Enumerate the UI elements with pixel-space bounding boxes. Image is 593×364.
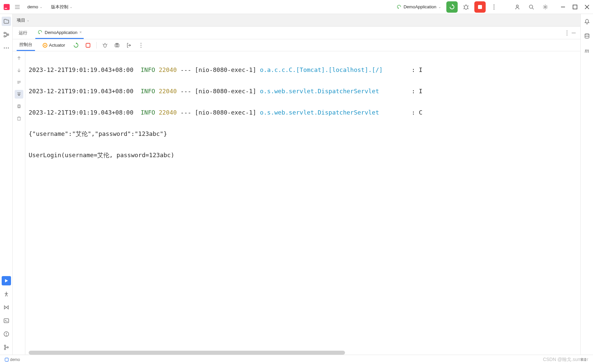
notifications-button[interactable] [582,17,592,26]
svg-point-40 [567,30,568,31]
search-button[interactable] [526,1,537,13]
vcs-label: 版本控制 [51,4,68,10]
svg-line-9 [463,6,464,6]
build-tool-button[interactable] [2,289,11,299]
chevron-down-icon: ⌄ [40,5,42,9]
actuator-tab-label: Actuator [49,43,65,48]
actuator-tab[interactable]: Actuator [40,39,68,51]
svg-point-17 [516,5,518,7]
exit-icon-button[interactable] [125,42,133,49]
console-tab-label: 控制台 [19,42,32,48]
run-tab[interactable]: 运行 [17,27,29,39]
debug-icon-button[interactable] [101,42,109,49]
project-selector[interactable]: demo ⌄ [25,3,45,11]
svg-rect-26 [4,36,5,37]
svg-rect-68 [18,117,20,120]
chevron-down-icon: ⌄ [70,5,72,9]
problems-tool-button[interactable] [2,329,11,339]
svg-rect-0 [4,4,10,10]
close-tab-icon[interactable]: × [79,30,82,35]
svg-rect-47 [86,43,90,47]
svg-rect-27 [7,34,9,35]
svg-point-41 [567,32,568,33]
console-more-button[interactable] [137,42,145,49]
log-line: 2023-12-21T19:01:19.043+08:00 INFO 22040… [29,65,578,75]
print-button[interactable] [15,102,23,111]
more-actions-button[interactable] [488,1,500,13]
app-run-tab[interactable]: DemoApplication × [35,27,84,39]
svg-point-57 [141,47,142,48]
close-window-button[interactable] [584,4,590,10]
maven-button[interactable]: m [582,46,592,55]
console-gutter [13,51,25,355]
run-config-name: DemoApplication [404,4,436,9]
console-output[interactable]: 2023-12-21T19:01:19.043+08:00 INFO 22040… [25,51,580,355]
soft-wrap-button[interactable] [15,78,23,87]
svg-point-14 [494,4,495,5]
svg-line-19 [532,8,534,9]
scroll-down-button[interactable] [15,66,23,75]
svg-line-50 [103,44,104,45]
svg-line-12 [468,8,469,9]
svg-line-11 [463,8,464,9]
rerun-icon-button[interactable] [72,42,80,49]
clear-button[interactable] [15,114,23,123]
svg-rect-22 [573,5,577,9]
main-menu-button[interactable] [13,3,21,11]
status-bar: demo CSDN @翰戈.sumner 8:1 [0,355,593,364]
svg-point-30 [8,48,9,49]
svg-rect-54 [116,43,118,44]
module-name: demo [10,357,20,362]
horizontal-scrollbar[interactable] [29,351,345,355]
project-name: demo [27,4,38,9]
svg-point-18 [529,5,533,8]
svg-rect-72 [5,358,8,361]
log-line: UserLogin(username=艾伦, password=123abc) [29,150,578,161]
run-tabs: 运行 DemoApplication × [13,27,580,39]
svg-point-56 [141,45,142,46]
stop-icon-button[interactable] [84,42,92,49]
cursor-position: 8:1 [581,357,586,362]
maximize-button[interactable] [572,4,578,10]
svg-point-71 [585,34,589,35]
run-config-selector[interactable]: DemoApplication ⌄ [394,3,444,11]
structure-tool-button[interactable] [2,30,11,39]
status-module[interactable]: demo [5,357,20,362]
stop-button[interactable] [474,1,486,13]
tab-more-button[interactable] [566,30,568,36]
svg-point-28 [4,48,5,49]
run-tab-label: 运行 [19,30,27,36]
app-logo-icon [3,4,10,10]
snapshot-icon-button[interactable] [113,42,121,49]
svg-point-53 [116,45,118,46]
debug-button[interactable] [460,1,472,13]
left-tool-rail [0,14,13,355]
actuator-icon [42,43,48,48]
code-with-me-button[interactable] [512,1,523,13]
services-tool-button[interactable] [2,303,11,312]
svg-point-36 [4,345,6,346]
scroll-up-button[interactable] [15,54,23,63]
git-tool-button[interactable] [2,343,11,352]
terminal-tool-button[interactable] [2,316,11,325]
run-tool-button[interactable] [2,276,11,285]
vcs-menu[interactable]: 版本控制 ⌄ [48,3,75,11]
rerun-button[interactable] [446,1,458,13]
right-tool-rail: m [580,14,593,355]
log-line: 2023-12-21T19:01:19.043+08:00 INFO 22040… [29,107,578,118]
app-tab-label: DemoApplication [45,30,77,35]
minimize-button[interactable] [560,4,566,10]
svg-point-35 [6,335,6,336]
database-button[interactable] [582,31,592,41]
project-tool-button[interactable] [2,17,11,26]
hide-panel-button[interactable] [571,30,576,36]
log-line: 2023-12-21T19:01:19.043+08:00 INFO 22040… [29,86,578,97]
svg-marker-31 [5,279,8,282]
settings-button[interactable] [540,1,551,13]
chevron-down-icon[interactable]: ⌄ [27,18,29,22]
more-tools-button[interactable] [2,43,11,53]
svg-line-51 [106,44,107,45]
project-panel-label[interactable]: 项目 [17,17,25,23]
console-tab[interactable]: 控制台 [17,39,35,51]
scroll-to-end-button[interactable] [15,90,23,99]
